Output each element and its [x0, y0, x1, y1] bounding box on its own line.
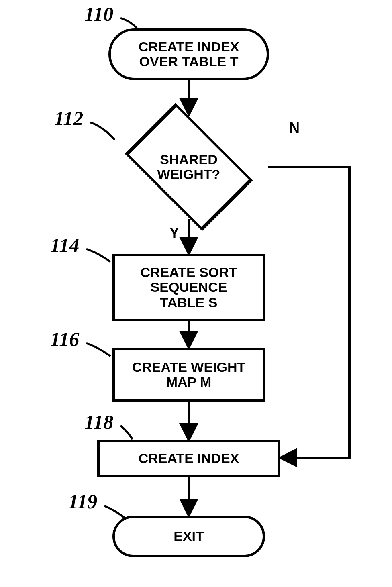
- callout-114: 114: [50, 234, 79, 257]
- process-create-index: CREATE INDEX: [97, 440, 280, 477]
- decision-shared-weight: SHARED WEIGHT?: [109, 115, 268, 219]
- callout-112: 112: [54, 107, 83, 130]
- leader-n114: [86, 249, 110, 262]
- callout-110: 110: [84, 2, 113, 26]
- callout-116: 116: [50, 328, 79, 351]
- decision-label: SHARED WEIGHT?: [109, 115, 268, 219]
- edge-label-yes: Y: [169, 225, 179, 242]
- flowchart-canvas: CREATE INDEX OVER TABLE T 110 SHARED WEI…: [0, 0, 392, 587]
- process-create-weight-map-m: CREATE WEIGHT MAP M: [112, 348, 265, 402]
- edge-label-no: N: [289, 120, 300, 137]
- callout-119: 119: [68, 490, 97, 513]
- process-create-sort-sequence-table-s: CREATE SORT SEQUENCE TABLE S: [112, 254, 265, 321]
- terminator-exit: EXIT: [112, 516, 265, 557]
- leader-n118: [120, 426, 133, 439]
- callout-118: 118: [84, 410, 113, 434]
- edge-n112-n118: [268, 167, 349, 458]
- terminator-create-index-over-table-t: CREATE INDEX OVER TABLE T: [108, 28, 269, 80]
- leader-n116: [86, 343, 110, 356]
